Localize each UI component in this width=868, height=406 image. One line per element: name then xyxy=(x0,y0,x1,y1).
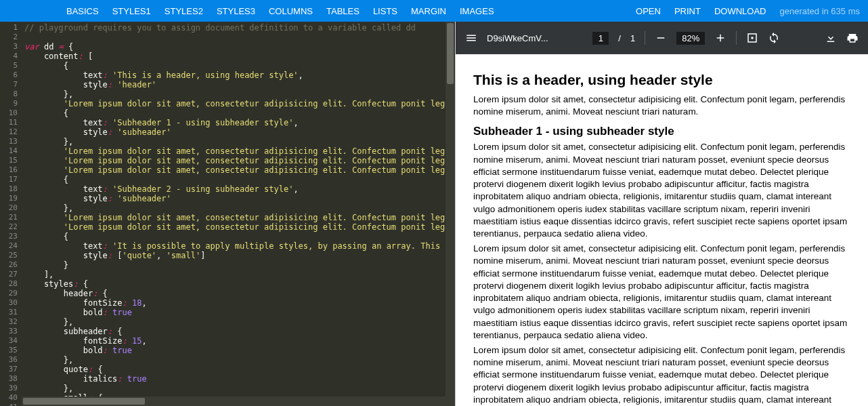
nav-item-styles2[interactable]: STYLES2 xyxy=(165,6,203,16)
download-icon[interactable] xyxy=(825,32,837,44)
doc-header: This is a header, using header style xyxy=(473,72,850,88)
doc-paragraph: Lorem ipsum dolor sit amet, consectetur … xyxy=(473,141,850,240)
nav-actions: OPEN PRINT DOWNLOAD generated in 635 ms xyxy=(636,6,860,16)
zoom-level[interactable]: 82% xyxy=(676,32,705,45)
page-number-input[interactable] xyxy=(592,32,609,45)
page-total: 1 xyxy=(630,33,635,43)
download-button[interactable]: DOWNLOAD xyxy=(714,6,766,16)
pdf-filename: D9siWkeCmV... xyxy=(487,33,548,43)
editor-gutter: 1234567891011121314151617181920212223242… xyxy=(0,22,22,406)
svg-rect-1 xyxy=(752,37,754,39)
rotate-icon[interactable] xyxy=(768,32,780,44)
pdf-preview-pane: D9siWkeCmV... / 1 82% This is a header, … xyxy=(455,22,868,406)
zoom-out-icon[interactable] xyxy=(655,32,667,44)
nav-item-styles1[interactable]: STYLES1 xyxy=(112,6,151,16)
editor-horizontal-scrollbar[interactable] xyxy=(22,397,446,406)
print-button[interactable]: PRINT xyxy=(674,6,701,16)
page-separator: / xyxy=(618,33,621,43)
menu-icon[interactable] xyxy=(465,32,477,44)
fit-page-icon[interactable] xyxy=(746,32,758,44)
scrollbar-thumb[interactable] xyxy=(23,398,145,405)
nav-item-lists[interactable]: LISTS xyxy=(373,6,397,16)
pdf-document[interactable]: This is a header, using header style Lor… xyxy=(456,54,868,406)
doc-subheader: Subheader 1 - using subheader style xyxy=(473,125,850,138)
scrollbar-thumb[interactable] xyxy=(447,23,454,84)
nav-item-columns[interactable]: COLUMNS xyxy=(269,6,313,16)
doc-paragraph: Lorem ipsum dolor sit amet, consectetur … xyxy=(473,94,850,118)
print-icon[interactable] xyxy=(846,32,859,44)
open-button[interactable]: OPEN xyxy=(636,6,661,16)
zoom-in-icon[interactable] xyxy=(714,32,726,44)
nav-item-margin[interactable]: MARGIN xyxy=(411,6,446,16)
nav-examples: BASICSSTYLES1STYLES2STYLES3COLUMNSTABLES… xyxy=(8,6,494,16)
doc-paragraph: Lorem ipsum dolor sit amet, consectetur … xyxy=(473,243,850,342)
doc-paragraph: Lorem ipsum dolor sit amet, consectetur … xyxy=(473,344,850,406)
generated-time-label: generated in 635 ms xyxy=(779,6,860,16)
editor-vertical-scrollbar[interactable] xyxy=(446,22,455,406)
nav-item-basics[interactable]: BASICS xyxy=(66,6,99,16)
top-nav-bar: BASICSSTYLES1STYLES2STYLES3COLUMNSTABLES… xyxy=(0,0,868,22)
code-editor[interactable]: 1234567891011121314151617181920212223242… xyxy=(0,22,455,406)
pdf-toolbar: D9siWkeCmV... / 1 82% xyxy=(456,22,868,54)
nav-item-styles3[interactable]: STYLES3 xyxy=(217,6,255,16)
nav-item-images[interactable]: IMAGES xyxy=(460,6,494,16)
nav-item-tables[interactable]: TABLES xyxy=(326,6,360,16)
editor-code-area[interactable]: // playground requires you to assign doc… xyxy=(22,22,455,406)
